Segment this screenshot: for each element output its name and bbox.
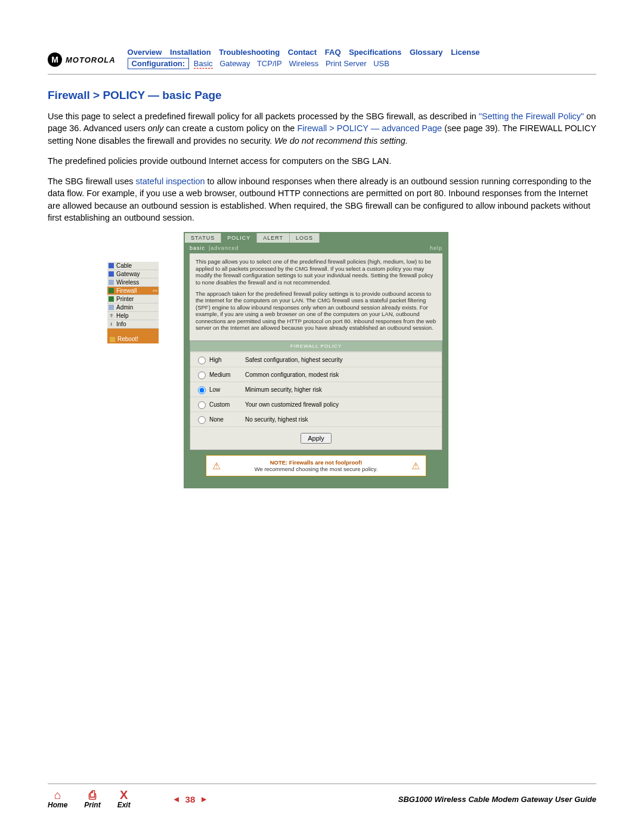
policy-option-custom[interactable]: CustomYour own customized firewall polic… <box>190 397 442 411</box>
config-nav: Configuration: Basic Gateway TCP/IP Wire… <box>128 59 596 68</box>
link-setting-firewall-policy[interactable]: "Setting the Firewall Policy" <box>479 112 584 121</box>
policy-desc: Common configuration, modest risk <box>245 371 339 378</box>
screenshot-figure: Cable Gateway Wireless Firewall››› Print… <box>107 232 596 488</box>
policy-radio-custom[interactable] <box>198 401 206 409</box>
sidebar-item-admin[interactable]: Admin <box>107 304 159 312</box>
page-footer: ⌂Home ⎙Print XExit ◄ 38 ► SBG1000 Wirele… <box>48 784 596 809</box>
policy-option-medium[interactable]: MediumCommon configuration, modest risk <box>190 367 442 382</box>
sidebar-item-info[interactable]: iInfo <box>107 320 159 329</box>
policy-label: None <box>209 416 245 423</box>
note-box: ⚠ NOTE: Firewalls are not foolproof! We … <box>206 455 426 476</box>
sidebar-reboot[interactable]: Reboot! <box>107 335 159 343</box>
warning-icon: ⚠ <box>411 460 420 472</box>
sidebar-item-wireless[interactable]: Wireless <box>107 278 159 287</box>
brand-logo: M MOTOROLA <box>48 52 116 67</box>
footer-print[interactable]: ⎙Print <box>84 789 100 809</box>
intro-paragraph-2: The predefined policies provide outbound… <box>48 155 596 167</box>
header-divider <box>48 74 596 75</box>
policy-radio-medium[interactable] <box>198 371 206 379</box>
nav-installation[interactable]: Installation <box>170 48 211 57</box>
sidebar-item-firewall[interactable]: Firewall››› <box>107 287 159 295</box>
top-nav: Overview Installation Troubleshooting Co… <box>128 48 596 57</box>
intro-paragraph-3: The SBG firewall uses stateful inspectio… <box>48 175 596 224</box>
sidebar-item-printer[interactable]: Printer <box>107 295 159 304</box>
panel-description: This page allows you to select one of th… <box>190 253 442 340</box>
prev-page-arrow[interactable]: ◄ <box>172 794 181 804</box>
policy-radio-low[interactable] <box>198 386 206 394</box>
brand-text: MOTOROLA <box>66 55 116 64</box>
tab-policy[interactable]: POLICY <box>221 233 257 243</box>
logo-icon: M <box>48 52 62 67</box>
policy-desc: No security, highest risk <box>245 416 308 423</box>
next-page-arrow[interactable]: ► <box>200 794 208 804</box>
nav-license[interactable]: License <box>451 48 479 57</box>
policy-option-low[interactable]: LowMinimum security, higher risk <box>190 382 442 397</box>
firewall-policy-table: FIREWALL POLICY HighSafest configuration… <box>190 340 442 450</box>
intro-paragraph-1: Use this page to select a predefined fir… <box>48 110 596 147</box>
guide-title: SBG1000 Wireless Cable Modem Gateway Use… <box>398 795 596 804</box>
policy-radio-none[interactable] <box>198 416 206 424</box>
nav-glossary[interactable]: Glossary <box>410 48 443 57</box>
page-number: 38 <box>185 794 196 804</box>
sidebar: Cable Gateway Wireless Firewall››› Print… <box>107 262 159 488</box>
exit-icon: X <box>117 789 131 801</box>
policy-option-none[interactable]: NoneNo security, highest risk <box>190 411 442 426</box>
policy-radio-high[interactable] <box>198 357 206 364</box>
subtab-advanced[interactable]: advanced <box>210 245 239 251</box>
sidebar-item-gateway[interactable]: Gateway <box>107 270 159 278</box>
config-label: Configuration: <box>128 58 190 69</box>
footer-exit[interactable]: XExit <box>117 789 131 809</box>
page-title: Firewall > POLICY — basic Page <box>48 89 596 102</box>
subtab-bar: basic | advanced help <box>185 243 447 253</box>
policy-label: Medium <box>209 371 245 378</box>
sidebar-item-help[interactable]: ?Help <box>107 312 159 320</box>
nav-specifications[interactable]: Specifications <box>349 48 401 57</box>
nav-troubleshooting[interactable]: Troubleshooting <box>219 48 280 57</box>
print-icon: ⎙ <box>84 789 100 801</box>
link-advanced-page[interactable]: Firewall > POLICY — advanced Page <box>297 123 442 133</box>
note-bold: NOTE: Firewalls are not foolproof! <box>227 459 405 466</box>
config-usb[interactable]: USB <box>373 59 389 68</box>
policy-label: High <box>209 357 245 363</box>
policy-label: Low <box>209 386 245 393</box>
nav-overview[interactable]: Overview <box>128 48 162 57</box>
config-basic[interactable]: Basic <box>194 59 213 69</box>
footer-home[interactable]: ⌂Home <box>48 789 67 809</box>
config-gateway[interactable]: Gateway <box>219 59 250 68</box>
config-wireless[interactable]: Wireless <box>289 59 318 68</box>
sidebar-item-cable[interactable]: Cable <box>107 262 159 270</box>
link-stateful-inspection[interactable]: stateful inspection <box>135 176 205 186</box>
policy-option-high[interactable]: HighSafest configuration, highest securi… <box>190 352 442 367</box>
policy-desc: Minimum security, higher risk <box>245 386 322 393</box>
tab-alert[interactable]: ALERT <box>257 233 290 243</box>
chevron-right-icon: ››› <box>153 288 157 293</box>
app-panel: STATUS POLICY ALERT LOGS basic | advance… <box>184 232 448 488</box>
policy-desc: Safest configuration, highest security <box>245 357 342 363</box>
policy-label: Custom <box>209 401 245 408</box>
tab-status[interactable]: STATUS <box>185 233 221 243</box>
nav-faq[interactable]: FAQ <box>325 48 341 57</box>
subtab-basic[interactable]: basic <box>190 245 205 251</box>
apply-button[interactable]: Apply <box>301 433 332 444</box>
tab-bar: STATUS POLICY ALERT LOGS <box>185 233 447 243</box>
config-printserver[interactable]: Print Server <box>326 59 367 68</box>
subtab-help[interactable]: help <box>430 245 442 251</box>
config-tcpip[interactable]: TCP/IP <box>257 59 282 68</box>
nav-contact[interactable]: Contact <box>288 48 317 57</box>
warning-icon: ⚠ <box>212 460 221 472</box>
tab-logs[interactable]: LOGS <box>290 233 320 243</box>
policy-desc: Your own customized firewall policy <box>245 401 339 408</box>
table-header: FIREWALL POLICY <box>190 341 442 352</box>
note-text: We recommend choosing the most secure po… <box>255 466 378 472</box>
home-icon: ⌂ <box>48 789 67 801</box>
